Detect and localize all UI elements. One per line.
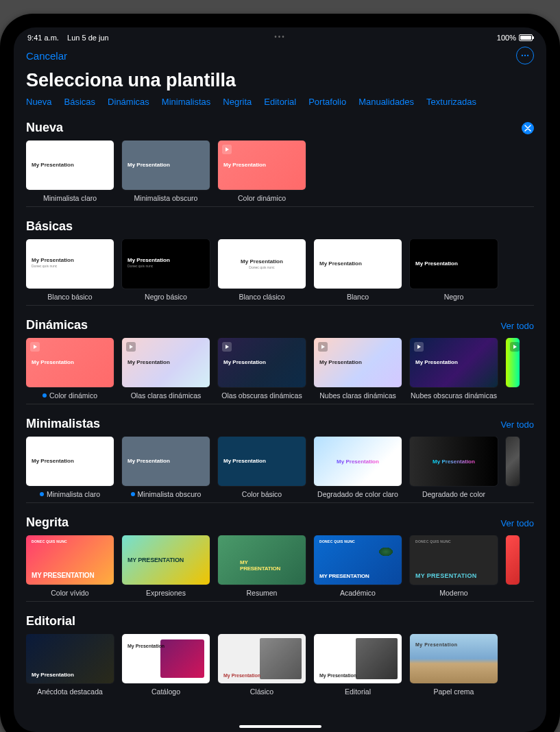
multitask-dots[interactable]: ••• xyxy=(274,33,286,40)
tab-basicas[interactable]: Básicas xyxy=(64,97,96,107)
template-tile[interactable]: My Presentation Blanco xyxy=(314,239,402,301)
template-tile[interactable]: My Presentation Nubes obscuras dinámicas xyxy=(410,338,498,400)
turtle-illustration xyxy=(376,545,396,559)
svg-point-0 xyxy=(522,55,523,56)
battery-icon xyxy=(519,34,533,41)
template-tile[interactable]: My PresentationDonec quis nunc Negro bás… xyxy=(122,239,210,301)
dismiss-nueva-button[interactable] xyxy=(522,122,534,134)
play-icon xyxy=(126,342,136,352)
screen: 9:41 a.m. Lun 5 de jun ••• 100% Cancelar… xyxy=(14,27,546,732)
tab-dinamicas[interactable]: Dinámicas xyxy=(108,97,149,107)
template-tile[interactable]: My PresentationDonec quis nunc Blanco cl… xyxy=(218,239,306,301)
svg-point-2 xyxy=(527,55,528,56)
more-button[interactable] xyxy=(516,47,534,64)
template-tile[interactable]: Donec quis nuncMy Presentation Académico xyxy=(314,535,402,597)
template-tile[interactable]: My Presentation Minimalista obscuro xyxy=(122,141,210,202)
recent-dot-icon xyxy=(42,393,47,398)
section-dinamicas: Dinámicas Ver todo My Presentation Color… xyxy=(26,311,546,404)
status-date: Lun 5 de jun xyxy=(67,34,109,42)
tab-editorial[interactable]: Editorial xyxy=(264,97,296,107)
template-tile[interactable]: My Presentation Minimalista obscuro xyxy=(122,437,210,498)
see-all-negrita[interactable]: Ver todo xyxy=(501,518,534,528)
section-basicas: Básicas My PresentationDonec quis nunc B… xyxy=(26,212,546,306)
see-all-minimalistas[interactable]: Ver todo xyxy=(501,419,534,430)
tab-manualidades[interactable]: Manualidades xyxy=(358,97,414,107)
row-editorial: My Presentation Anécdota destacada My Pr… xyxy=(26,634,546,696)
template-tile[interactable]: My Presentation Color dinámico xyxy=(218,141,306,202)
svg-point-1 xyxy=(524,55,526,56)
home-indicator[interactable] xyxy=(239,725,321,728)
cancel-button[interactable]: Cancelar xyxy=(26,50,67,62)
template-tile[interactable]: My Presentation Degradado de color claro xyxy=(314,437,402,498)
template-tile[interactable]: My Presentation Color dinámico xyxy=(26,338,114,400)
see-all-dinamicas[interactable]: Ver todo xyxy=(501,321,534,331)
template-tile[interactable]: My Presentation Olas claras dinámicas xyxy=(122,338,210,400)
battery-percent: 100% xyxy=(497,34,516,42)
section-editorial: Editorial My Presentation Anécdota desta… xyxy=(26,607,546,696)
play-icon xyxy=(222,342,232,352)
status-left: 9:41 a.m. Lun 5 de jun xyxy=(27,34,109,42)
tab-minimalistas[interactable]: Minimalistas xyxy=(162,97,211,107)
template-tile[interactable]: My Presentation Clásico xyxy=(218,634,306,696)
template-tile-peek[interactable] xyxy=(506,338,520,400)
template-tile[interactable]: My Presentation Papel crema xyxy=(410,634,498,696)
template-tile[interactable]: My Presentation Editorial xyxy=(314,634,402,696)
toolbar: Cancelar xyxy=(14,44,546,70)
row-minimalistas[interactable]: My Presentation Minimalista claro My Pre… xyxy=(26,437,546,498)
template-tile[interactable]: Donec quis nuncMy Presentation Color vív… xyxy=(26,535,114,597)
template-scroll[interactable]: Nueva My Presentation Minimalista claro … xyxy=(14,114,546,722)
template-tile-peek[interactable] xyxy=(506,535,520,597)
template-tile[interactable]: My Presentation Degradado de color xyxy=(410,437,498,498)
status-bar: 9:41 a.m. Lun 5 de jun ••• 100% xyxy=(14,27,546,44)
play-icon xyxy=(510,342,520,352)
recent-dot-icon xyxy=(40,492,44,496)
row-dinamicas[interactable]: My Presentation Color dinámico My Presen… xyxy=(26,338,546,400)
close-icon xyxy=(524,125,531,132)
template-tile-peek[interactable] xyxy=(506,437,520,498)
template-tile[interactable]: My Presentation Minimalista claro xyxy=(26,141,114,202)
template-tile[interactable]: My Presentation Resumen xyxy=(218,535,306,597)
section-title-editorial: Editorial xyxy=(26,614,75,629)
section-title-nueva: Nueva xyxy=(26,121,63,135)
play-icon xyxy=(414,342,424,352)
row-negrita[interactable]: Donec quis nuncMy Presentation Color vív… xyxy=(26,535,546,597)
row-basicas: My PresentationDonec quis nunc Blanco bá… xyxy=(26,239,546,301)
section-title-dinamicas: Dinámicas xyxy=(26,318,88,332)
section-negrita: Negrita Ver todo Donec quis nuncMy Prese… xyxy=(26,509,546,602)
ipad-frame: 9:41 a.m. Lun 5 de jun ••• 100% Cancelar… xyxy=(0,14,560,732)
template-tile[interactable]: My Presentation Minimalista claro xyxy=(26,437,114,498)
play-icon xyxy=(318,342,328,352)
tab-texturizadas[interactable]: Texturizadas xyxy=(426,97,476,107)
template-tile[interactable]: Donec quis nuncMy Presentation Moderno xyxy=(410,535,498,597)
section-title-basicas: Básicas xyxy=(26,219,73,234)
tab-negrita[interactable]: Negrita xyxy=(223,97,252,107)
play-icon xyxy=(30,342,40,352)
template-tile[interactable]: My Presentation Negro xyxy=(410,239,498,301)
section-title-minimalistas: Minimalistas xyxy=(26,417,100,431)
section-nueva: Nueva My Presentation Minimalista claro … xyxy=(26,114,546,207)
status-time: 9:41 a.m. xyxy=(27,34,59,42)
template-tile[interactable]: My Presentation Anécdota destacada xyxy=(26,634,114,696)
section-minimalistas: Minimalistas Ver todo My Presentation Mi… xyxy=(26,410,546,503)
play-icon xyxy=(222,145,232,154)
section-title-negrita: Negrita xyxy=(26,515,69,530)
tab-nueva[interactable]: Nueva xyxy=(26,97,52,107)
category-tabs: Nueva Básicas Dinámicas Minimalistas Neg… xyxy=(14,97,546,114)
row-nueva: My Presentation Minimalista claro My Pre… xyxy=(26,141,546,202)
template-tile[interactable]: My Presentation Olas obscuras dinámicas xyxy=(218,338,306,400)
template-tile[interactable]: My PresentationDonec quis nunc Blanco bá… xyxy=(26,239,114,301)
template-tile[interactable]: My Presentation Color básico xyxy=(218,437,306,498)
status-right: 100% xyxy=(497,34,533,42)
template-tile[interactable]: My Presentation Catálogo xyxy=(122,634,210,696)
tab-portafolio[interactable]: Portafolio xyxy=(308,97,346,107)
template-tile[interactable]: My Presentation Expresiones xyxy=(122,535,210,597)
ellipsis-icon xyxy=(520,51,530,60)
recent-dot-icon xyxy=(131,492,135,496)
template-tile[interactable]: My Presentation Nubes claras dinámicas xyxy=(314,338,402,400)
page-title: Selecciona una plantilla xyxy=(14,70,546,97)
